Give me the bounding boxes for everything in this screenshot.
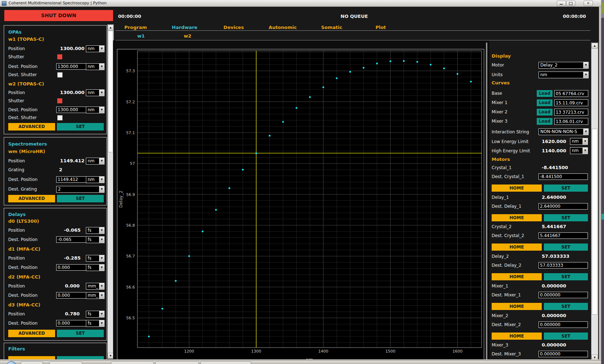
dest-position-input[interactable] — [56, 236, 86, 243]
scroll-up-icon[interactable]: ▲ — [591, 43, 598, 49]
taskbar-button[interactable] — [155, 361, 199, 364]
set-button[interactable]: SET — [544, 303, 588, 310]
motor-dest-input[interactable] — [539, 292, 588, 298]
unit-dropdown[interactable]: fs▼ — [86, 227, 104, 234]
unit-dropdown[interactable]: fs▼ — [86, 311, 104, 318]
interaction-string-dropdown[interactable]: NON-NON-NON-S▼ — [539, 128, 589, 135]
plot-canvas[interactable]: 57.357.257.15756.956.856.756.656.5120013… — [117, 49, 484, 364]
home-button[interactable]: HOME — [492, 333, 542, 340]
motor-dest-input[interactable] — [539, 173, 588, 180]
unit-dropdown[interactable]: nm▼ — [86, 158, 104, 164]
unit-dropdown[interactable]: fs▼ — [86, 320, 104, 327]
home-button[interactable]: HOME — [492, 303, 542, 310]
set-button[interactable]: SET — [544, 214, 588, 221]
delay-dest-row: Dest. Positionfs▼ — [4, 264, 106, 271]
tab-devices[interactable]: Devices — [224, 25, 244, 30]
unit-dropdown[interactable]: nm▼ — [86, 107, 104, 113]
load-button[interactable]: Load — [537, 118, 552, 125]
curve-file-input[interactable] — [554, 118, 588, 125]
minimize-button[interactable] — [557, 1, 566, 6]
set-button[interactable]: SET — [544, 273, 588, 280]
dest-shutter-label: Dest. Shutter — [8, 115, 37, 120]
unit-dropdown[interactable]: fs▼ — [86, 264, 104, 271]
motor-dropdown[interactable]: Delay_2▼ — [539, 62, 589, 69]
set-button[interactable]: SET — [544, 333, 588, 340]
left-scrollbar-thumb[interactable] — [108, 31, 113, 152]
dest-shutter-checkbox[interactable] — [57, 115, 63, 120]
dest-grating-dropdown[interactable]: 2▼ — [56, 186, 104, 193]
load-button[interactable]: Load — [537, 99, 552, 106]
home-button[interactable]: HOME — [492, 244, 542, 251]
unit-dropdown[interactable]: mm_▼ — [86, 292, 104, 299]
home-button[interactable]: HOME — [492, 185, 542, 192]
close-button[interactable]: ✕ — [584, 1, 593, 6]
subtab-w1[interactable]: w1 — [137, 33, 145, 39]
unit-dropdown[interactable]: fs▼ — [86, 255, 104, 262]
curve-file-input[interactable] — [554, 90, 588, 97]
motor-dest-input[interactable] — [539, 321, 588, 328]
dest-position-label: Dest. Position — [8, 177, 38, 182]
start-orb[interactable] — [6, 361, 16, 364]
load-button[interactable]: Load — [537, 109, 552, 115]
maximize-button[interactable] — [566, 1, 575, 6]
dest-shutter-checkbox[interactable] — [57, 72, 63, 78]
set-button[interactable]: SET — [544, 244, 588, 251]
taskbar-button[interactable] — [111, 361, 154, 364]
advanced-button[interactable]: ADVANCED — [8, 330, 55, 337]
set-button[interactable]: SET — [57, 123, 104, 131]
dest-position-input[interactable] — [56, 292, 86, 299]
units-dropdown[interactable]: nm▼ — [539, 72, 589, 78]
filters-header: Filters — [8, 346, 25, 351]
unit-dropdown[interactable]: nm▼ — [570, 138, 588, 145]
motor-dest-input[interactable] — [539, 232, 588, 239]
tab-autonomic[interactable]: Autonomic — [269, 25, 297, 30]
dest-position-input[interactable] — [56, 320, 86, 326]
dest-position-input[interactable] — [56, 63, 86, 70]
taskbar[interactable] — [0, 360, 604, 364]
right-scrollbar-thumb[interactable] — [592, 129, 598, 315]
unit-dropdown[interactable]: mm_▼ — [86, 283, 104, 290]
curve-file-input[interactable] — [554, 99, 588, 106]
motor-dest-input[interactable] — [539, 203, 588, 210]
dest-position-input[interactable] — [56, 107, 86, 113]
set-button[interactable]: SET — [544, 185, 588, 192]
scroll-up-icon[interactable]: ▲ — [108, 25, 113, 30]
set-button[interactable]: SET — [57, 195, 104, 202]
tuning-curve-plot[interactable]: 57.357.257.15756.956.856.756.656.5120013… — [117, 49, 484, 364]
motor-dest-input[interactable] — [539, 351, 588, 357]
unit-dropdown[interactable]: nm▼ — [86, 89, 104, 96]
position-value: 1149.412 — [54, 158, 90, 163]
tab-plot[interactable]: Plot — [375, 25, 386, 30]
tab-somatic[interactable]: Somatic — [321, 25, 342, 30]
taskbar-button[interactable] — [21, 361, 43, 364]
dest-position-input[interactable] — [56, 264, 86, 271]
subtab-w2[interactable]: w2 — [184, 33, 191, 39]
dest-position-input[interactable] — [56, 176, 86, 183]
unit-dropdown[interactable]: fs▼ — [86, 236, 104, 243]
unit-dropdown[interactable]: nm▼ — [86, 176, 104, 183]
unit-dropdown[interactable]: nm▼ — [570, 147, 588, 154]
tab-program[interactable]: Program — [125, 25, 147, 30]
set-button[interactable]: SET — [57, 330, 104, 337]
curve-file-input[interactable] — [554, 109, 588, 115]
delay-dest-row: Dest. Positionfs▼ — [4, 320, 106, 327]
advanced-button[interactable]: ADVANCED — [8, 195, 55, 202]
right-scrollbar[interactable]: ▲ ▼ — [591, 43, 598, 361]
tab-hardware[interactable]: Hardware — [172, 25, 197, 30]
load-button[interactable]: Load — [537, 90, 552, 97]
x-tick-label: 1500 — [385, 349, 395, 354]
advanced-button[interactable]: ADVANCED — [8, 123, 55, 131]
taskbar-button[interactable] — [49, 361, 82, 364]
home-button[interactable]: HOME — [492, 273, 542, 280]
splitter[interactable] — [486, 43, 487, 360]
motor-dest-input[interactable] — [539, 262, 588, 269]
scroll-down-icon[interactable]: ▼ — [108, 353, 113, 359]
unit-dropdown[interactable]: nm▼ — [86, 63, 104, 70]
data-point — [430, 64, 432, 65]
home-button[interactable]: HOME — [492, 214, 542, 221]
shutdown-button[interactable]: SHUT DOWN — [4, 10, 113, 21]
delay-dest-row: Dest. Positionmm_▼ — [4, 292, 106, 299]
unit-dropdown[interactable]: nm▼ — [86, 45, 104, 52]
data-point — [269, 135, 271, 137]
taskbar-button[interactable] — [200, 361, 251, 364]
